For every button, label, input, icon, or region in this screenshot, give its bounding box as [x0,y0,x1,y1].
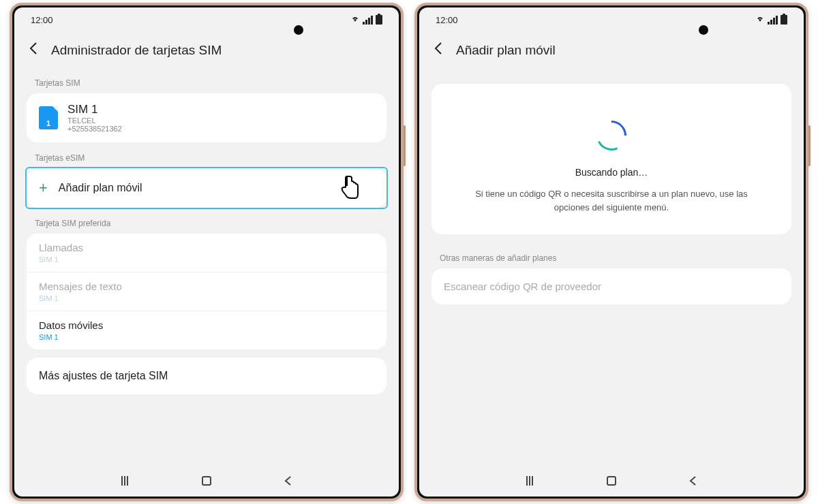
more-settings-card[interactable]: Más ajustes de tarjeta SIM [27,358,387,394]
pref-calls[interactable]: Llamadas SIM 1 [27,234,387,272]
nav-recents-button[interactable] [523,475,536,487]
sim-icon: 1 [39,106,58,129]
pref-data[interactable]: Datos móviles SIM 1 [27,311,387,349]
loading-title: Buscando plan… [452,167,771,178]
pref-calls-value: SIM 1 [39,255,374,264]
plus-icon: + [39,179,48,197]
side-button [404,125,406,166]
nav-recents-button[interactable] [118,475,132,487]
device-right: 12:00 Añadir plan móvil [414,3,808,501]
back-button[interactable] [25,40,42,61]
loading-spinner-icon [596,121,626,151]
content-area: Buscando plan… Si tiene un código QR o n… [419,73,804,469]
loading-card: Buscando plan… Si tiene un código QR o n… [431,84,791,234]
more-settings-label: Más ajustes de tarjeta SIM [27,358,387,394]
pref-texts-label: Mensajes de texto [39,281,374,292]
navigation-bar [419,469,804,497]
nav-home-button[interactable] [605,475,618,487]
front-camera [294,25,303,35]
scan-qr-card[interactable]: Escanear código QR de proveedor [431,268,791,304]
loading-description: Si tiene un código QR o necesita suscrib… [468,187,755,214]
sim-name: SIM 1 [67,103,122,116]
page-title: Añadir plan móvil [456,43,556,58]
side-button [808,125,811,166]
status-bar: 12:00 [14,7,399,32]
pref-calls-label: Llamadas [39,242,374,253]
device-left: 12:00 Administrador de tarjetas SIM Tarj… [10,3,404,501]
navigation-bar [14,469,399,497]
nav-home-button[interactable] [200,475,213,487]
battery-icon [376,15,382,25]
add-mobile-plan-button[interactable]: + Añadir plan móvil [27,168,387,208]
add-plan-label: Añadir plan móvil [59,182,142,194]
other-ways-label: Otras maneras de añadir planes [431,248,791,268]
device-inner: 12:00 Administrador de tarjetas SIM Tarj… [12,5,401,499]
battery-icon [781,15,787,25]
sim-carrier: TELCEL [67,116,122,125]
screen-right: 12:00 Añadir plan móvil [419,7,804,497]
front-camera [699,25,708,35]
pointer-cursor-icon [337,174,362,204]
wifi-icon [350,15,360,25]
page-header: Añadir plan móvil [419,32,804,73]
add-plan-card: + Añadir plan móvil [27,168,387,208]
status-icons [755,15,787,25]
preferred-sim-label: Tarjeta SIM preferida [27,213,387,234]
sim-cards-label: Tarjetas SIM [27,73,387,93]
wifi-icon [755,15,765,25]
sim-card-entry[interactable]: 1 SIM 1 TELCEL +525538521362 [27,93,387,142]
signal-icon [768,16,778,25]
status-time: 12:00 [436,15,458,25]
status-bar: 12:00 [419,7,804,32]
back-button[interactable] [430,40,446,61]
device-inner: 12:00 Añadir plan móvil [417,5,806,499]
pref-texts-value: SIM 1 [39,294,374,302]
pref-data-label: Datos móviles [39,319,374,331]
sim-info: SIM 1 TELCEL +525538521362 [67,103,122,133]
esim-label: Tarjetas eSIM [27,148,387,168]
preferred-sim-card: Llamadas SIM 1 Mensajes de texto SIM 1 D… [27,234,387,349]
page-title: Administrador de tarjetas SIM [51,43,222,58]
status-icons [350,15,382,25]
pref-texts[interactable]: Mensajes de texto SIM 1 [27,272,387,311]
content-area: Tarjetas SIM 1 SIM 1 TELCEL +52553852136… [14,73,399,469]
screen-left: 12:00 Administrador de tarjetas SIM Tarj… [14,7,399,497]
page-header: Administrador de tarjetas SIM [14,32,399,73]
pref-data-value: SIM 1 [39,333,374,341]
nav-back-button[interactable] [686,475,700,487]
sim-phone: +525538521362 [67,125,122,133]
status-time: 12:00 [31,15,53,25]
signal-icon [363,16,373,25]
nav-back-button[interactable] [282,475,295,487]
scan-qr-label: Escanear código QR de proveedor [431,268,791,304]
